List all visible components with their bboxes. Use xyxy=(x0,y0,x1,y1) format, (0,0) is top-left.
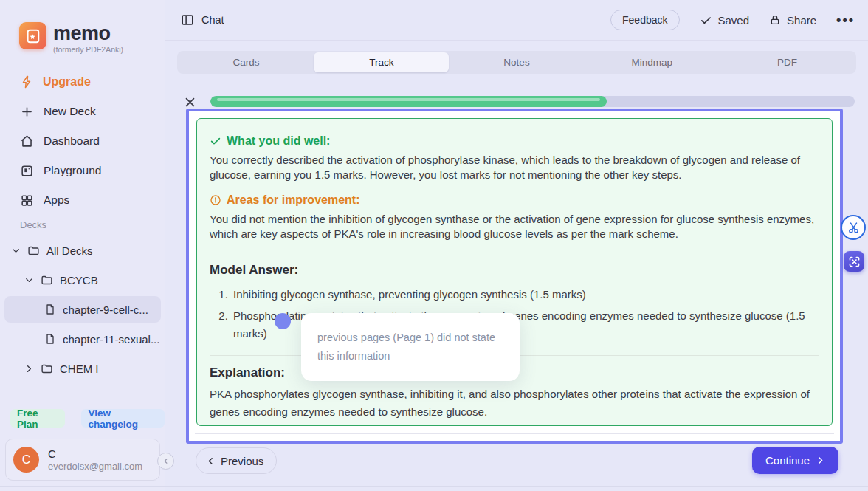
citation-tooltip: previous pages (Page 1) did not state th… xyxy=(301,313,520,381)
progress-fill xyxy=(210,96,607,107)
memo-logo-icon xyxy=(19,22,46,49)
share-label: Share xyxy=(787,14,816,27)
home-icon xyxy=(20,134,34,148)
model-answer-item: Inhibiting glycogen synthase, preventing… xyxy=(231,286,819,303)
flashcard-icon xyxy=(20,164,34,178)
apps-grid-icon xyxy=(20,193,34,207)
cursor-dot xyxy=(275,313,291,329)
check-icon xyxy=(700,14,712,27)
partial-tree-row xyxy=(4,385,161,394)
decks-section-label: Decks xyxy=(20,219,46,230)
chevron-right-icon xyxy=(24,363,35,374)
tab-track[interactable]: Track xyxy=(314,52,449,72)
close-icon xyxy=(184,96,196,109)
user-account-card[interactable]: C C everdoisx@gmail.com xyxy=(5,439,160,481)
divider xyxy=(195,433,834,434)
deck-label: All Decks xyxy=(46,244,93,257)
chevron-right-icon xyxy=(816,456,825,465)
folder-icon xyxy=(41,363,53,375)
explanation-text: PKA phosphorylates glycogen synthase, in… xyxy=(210,385,815,421)
sidebar-item-new-deck[interactable]: New Deck xyxy=(20,103,96,120)
user-email: everdoisx@gmail.com xyxy=(48,461,142,472)
scissors-icon xyxy=(847,221,861,235)
capture-x-icon xyxy=(848,255,861,268)
divider xyxy=(210,253,819,253)
well-done-text: You correctly described the activation o… xyxy=(210,153,815,182)
playground-label: Playground xyxy=(44,164,101,177)
close-button[interactable] xyxy=(184,96,196,109)
chevron-left-icon xyxy=(206,456,216,466)
share-button[interactable]: Share xyxy=(769,14,816,27)
sidebar-item-all-decks[interactable]: All Decks xyxy=(4,237,161,264)
app-name: memo xyxy=(53,22,123,44)
deck-label: BCYCB xyxy=(60,274,98,286)
file-icon xyxy=(44,303,56,315)
top-header: Chat Feedback Saved Share ••• xyxy=(165,0,868,41)
lightning-icon xyxy=(20,75,33,89)
view-tabs: Cards Track Notes Mindmap PDF xyxy=(177,51,856,74)
deck-label: CHEM I xyxy=(60,363,99,375)
improvement-text: You did not mention the inhibition of gl… xyxy=(210,212,815,241)
avatar: C xyxy=(13,447,39,473)
tab-pdf[interactable]: PDF xyxy=(720,52,855,72)
window-bottom-edge xyxy=(0,486,868,487)
deck-label: chapter-11-sexual... xyxy=(63,333,159,346)
chevron-left-icon xyxy=(162,457,170,465)
folder-icon xyxy=(41,274,53,286)
improvement-heading: Areas for improvement: xyxy=(210,193,819,207)
apps-label: Apps xyxy=(44,193,69,207)
more-menu-button[interactable]: ••• xyxy=(836,16,855,24)
file-icon xyxy=(44,333,56,345)
plus-icon xyxy=(20,105,34,119)
app-subtitle: (formerly PDF2Anki) xyxy=(53,45,123,54)
model-answer-heading: Model Answer: xyxy=(210,263,819,278)
deck-label: chapter-9-cell-c... xyxy=(63,303,148,316)
sidebar-collapse-button[interactable] xyxy=(157,453,174,470)
panel-icon xyxy=(181,13,194,27)
chevron-down-icon xyxy=(24,275,35,286)
progress-bar xyxy=(210,96,855,107)
lock-icon xyxy=(769,14,781,26)
well-done-heading: What you did well: xyxy=(210,134,819,148)
user-name: C xyxy=(48,447,142,461)
sidebar-item-upgrade[interactable]: Upgrade xyxy=(20,73,91,91)
saved-label: Saved xyxy=(718,14,750,27)
snip-button[interactable] xyxy=(841,215,866,240)
new-deck-label: New Deck xyxy=(44,105,96,118)
app-logo[interactable]: memo (formerly PDF2Anki) xyxy=(19,22,123,54)
sidebar-item-chapter-9[interactable]: chapter-9-cell-c... xyxy=(4,296,161,323)
chat-toggle[interactable]: Chat xyxy=(181,13,224,27)
tab-cards[interactable]: Cards xyxy=(179,52,314,72)
sidebar-item-chem-i[interactable]: CHEM I xyxy=(4,355,161,382)
upgrade-label: Upgrade xyxy=(43,75,91,89)
continue-button[interactable]: Continue xyxy=(752,447,838,474)
info-icon xyxy=(210,194,221,206)
dashboard-label: Dashboard xyxy=(44,134,100,148)
sidebar: memo (formerly PDF2Anki) Upgrade New Dec… xyxy=(0,0,165,491)
sidebar-item-bcycb[interactable]: BCYCB xyxy=(4,267,161,293)
tab-notes[interactable]: Notes xyxy=(449,52,584,72)
view-changelog-link[interactable]: View changelog xyxy=(81,409,165,428)
previous-button[interactable]: Previous xyxy=(196,447,277,474)
chat-label: Chat xyxy=(202,14,224,26)
feedback-panel: What you did well: You correctly describ… xyxy=(186,109,843,444)
sidebar-item-playground[interactable]: Playground xyxy=(20,162,101,179)
sidebar-item-chapter-11[interactable]: chapter-11-sexual... xyxy=(4,326,161,352)
check-icon xyxy=(210,135,221,147)
feedback-card: What you did well: You correctly describ… xyxy=(196,118,833,426)
chevron-down-icon xyxy=(10,245,21,256)
plan-badge: Free Plan xyxy=(10,409,65,428)
extension-capture-button[interactable] xyxy=(844,251,864,272)
saved-status: Saved xyxy=(700,14,750,27)
sidebar-item-apps[interactable]: Apps xyxy=(20,191,69,209)
tab-mindmap[interactable]: Mindmap xyxy=(585,52,720,72)
sidebar-item-dashboard[interactable]: Dashboard xyxy=(20,132,100,150)
folder-icon xyxy=(27,244,40,257)
feedback-button[interactable]: Feedback xyxy=(610,10,679,30)
